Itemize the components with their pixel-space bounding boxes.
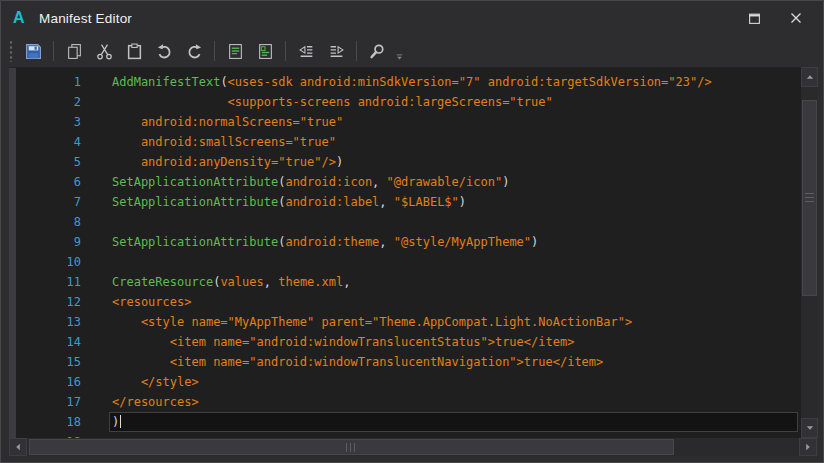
line-number: 11: [16, 272, 89, 292]
line-number: 7: [16, 192, 89, 212]
decrease-indent-button[interactable]: [293, 38, 319, 64]
arrow-up-icon: [805, 72, 815, 82]
paste-button[interactable]: [121, 38, 147, 64]
vertical-scrollbar-thumb[interactable]: [802, 100, 817, 296]
line-number: 1: [16, 72, 89, 92]
code-line-text: <resources>: [89, 292, 801, 312]
code-editor[interactable]: 1AddManifestText(<uses-sdk android:minSd…: [9, 67, 801, 438]
code-line-text: AddManifestText(<uses-sdk android:minSdk…: [89, 72, 801, 92]
arrow-right-icon: [803, 442, 813, 452]
line-number: 6: [16, 172, 89, 192]
code-line[interactable]: 10: [16, 252, 801, 272]
code-line[interactable]: 1AddManifestText(<uses-sdk android:minSd…: [16, 72, 801, 92]
line-number: 2: [16, 92, 89, 112]
toolbar-separator: [285, 41, 286, 61]
code-line-text: [89, 252, 801, 272]
horizontal-scrollbar-thumb[interactable]: [29, 439, 674, 455]
maximize-button[interactable]: [741, 6, 767, 30]
close-button[interactable]: [783, 6, 809, 30]
save-button[interactable]: [20, 38, 46, 64]
increase-indent-icon: [328, 43, 345, 60]
redo-button[interactable]: [181, 38, 207, 64]
code-line[interactable]: 12<resources>: [16, 292, 801, 312]
code-line[interactable]: 11CreateResource(values, theme.xml,: [16, 272, 801, 292]
title-bar[interactable]: A Manifest Editor: [1, 1, 823, 35]
uncomment-button[interactable]: [252, 38, 278, 64]
comment-button[interactable]: [222, 38, 248, 64]
uncomment-icon: [257, 43, 274, 60]
line-number: 8: [16, 212, 89, 232]
vertical-scrollbar[interactable]: [801, 67, 818, 438]
toolbar: [1, 35, 823, 67]
undo-button[interactable]: [151, 38, 177, 64]
text-cursor: [120, 415, 121, 428]
line-number: 15: [16, 352, 89, 372]
code-line[interactable]: 8: [16, 212, 801, 232]
line-number: 9: [16, 232, 89, 252]
thumb-grip-icon: [805, 193, 814, 204]
increase-indent-button[interactable]: [323, 38, 349, 64]
scroll-up-button[interactable]: [801, 67, 818, 87]
horizontal-scrollbar[interactable]: [9, 438, 817, 456]
window-title: Manifest Editor: [39, 11, 741, 26]
code-line[interactable]: 17</resources>: [16, 392, 801, 412]
line-number: 5: [16, 152, 89, 172]
thumb-grip-icon: [346, 443, 357, 452]
vertical-scrollbar-track[interactable]: [801, 87, 818, 418]
cut-icon: [96, 43, 113, 60]
code-line[interactable]: 3 android:normalScreens="true": [16, 112, 801, 132]
redo-icon: [186, 43, 203, 60]
code-line-text: [89, 212, 801, 232]
line-number: 13: [16, 312, 89, 332]
code-line-text: android:normalScreens="true": [89, 112, 801, 132]
code-line-text: SetApplicationAttribute(android:theme, "…: [89, 232, 801, 252]
code-line[interactable]: 6SetApplicationAttribute(android:icon, "…: [16, 172, 801, 192]
comment-icon: [227, 43, 244, 60]
code-line-text: <style name="MyAppTheme" parent="Theme.A…: [89, 312, 801, 332]
cut-button[interactable]: [91, 38, 117, 64]
code-line[interactable]: 15 <item name="android:windowTranslucent…: [16, 352, 801, 372]
line-number: 12: [16, 292, 89, 312]
window-controls: [741, 6, 809, 30]
copy-button[interactable]: [61, 38, 87, 64]
code-line[interactable]: 18): [16, 412, 801, 432]
code-line-text: android:anyDensity="true"/>): [89, 152, 801, 172]
code-line[interactable]: 2 <supports-screens android:largeScreens…: [16, 92, 801, 112]
code-line-text: <item name="android:windowTranslucentSta…: [89, 332, 801, 352]
code-line[interactable]: 9SetApplicationAttribute(android:theme, …: [16, 232, 801, 252]
editor-area: 1AddManifestText(<uses-sdk android:minSd…: [1, 67, 823, 438]
horizontal-scrollbar-track[interactable]: [27, 438, 799, 456]
code-line-text: ): [109, 412, 798, 432]
toolbar-overflow-button[interactable]: [392, 38, 406, 64]
line-number: 14: [16, 332, 89, 352]
copy-icon: [66, 43, 83, 60]
code-lines: 1AddManifestText(<uses-sdk android:minSd…: [16, 72, 801, 438]
app-logo: A: [13, 9, 31, 27]
code-line[interactable]: 4 android:smallScreens="true": [16, 132, 801, 152]
undo-icon: [156, 43, 173, 60]
line-number: 4: [16, 132, 89, 152]
toolbar-separator: [214, 41, 215, 61]
paste-icon: [126, 43, 143, 60]
code-line-text: SetApplicationAttribute(android:label, "…: [89, 192, 801, 212]
maximize-icon: [748, 12, 761, 25]
scroll-right-button[interactable]: [799, 438, 817, 456]
line-number: 3: [16, 112, 89, 132]
decrease-indent-icon: [298, 43, 315, 60]
toolbar-grip[interactable]: [8, 40, 14, 62]
code-line-text: CreateResource(values, theme.xml,: [89, 272, 801, 292]
save-icon: [25, 43, 42, 60]
scroll-down-button[interactable]: [801, 418, 818, 438]
manifest-editor-window: A Manifest Editor 1AddManifestText(<uses…: [0, 0, 824, 463]
code-line-text: android:smallScreens="true": [89, 132, 801, 152]
code-line-text: </style>: [89, 372, 801, 392]
scroll-left-button[interactable]: [9, 438, 27, 456]
find-button[interactable]: [364, 38, 390, 64]
code-line[interactable]: 5 android:anyDensity="true"/>): [16, 152, 801, 172]
code-line[interactable]: 13 <style name="MyAppTheme" parent="Them…: [16, 312, 801, 332]
code-line[interactable]: 14 <item name="android:windowTranslucent…: [16, 332, 801, 352]
code-line-text: </resources>: [89, 392, 801, 412]
code-line[interactable]: 16 </style>: [16, 372, 801, 392]
line-number: 17: [16, 392, 89, 412]
code-line[interactable]: 7SetApplicationAttribute(android:label, …: [16, 192, 801, 212]
